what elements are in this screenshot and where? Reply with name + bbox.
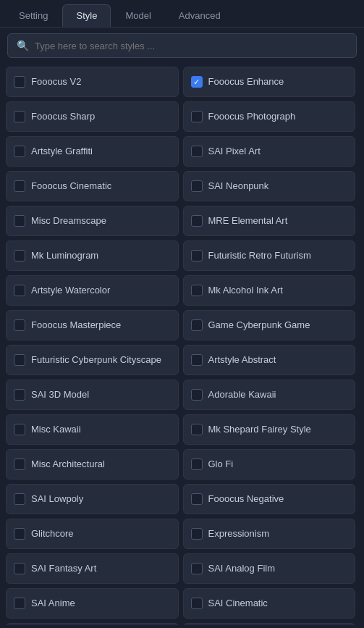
style-checkbox[interactable] <box>14 563 25 574</box>
style-label: Expressionism <box>208 528 270 540</box>
style-label: Fooocus Cinematic <box>31 180 111 193</box>
style-label: Mk Shepard Fairey Style <box>208 424 311 436</box>
style-label: Adorable Kawaii <box>208 389 276 401</box>
style-label: Futuristic Retro Futurism <box>208 250 311 262</box>
style-label: Game Cyberpunk Game <box>208 319 310 332</box>
tab-bar: Setting Style Model Advanced <box>0 0 364 28</box>
style-item[interactable]: SAI Analog Film <box>183 553 356 584</box>
style-label: Glo Fi <box>208 459 234 471</box>
style-checkbox[interactable] <box>14 180 25 192</box>
style-item[interactable]: Artstyle Watercolor <box>6 275 179 306</box>
style-checkbox[interactable] <box>191 528 203 540</box>
style-checkbox[interactable] <box>191 285 203 296</box>
style-checkbox[interactable] <box>14 354 25 366</box>
style-item[interactable]: SAI Comic Book <box>6 623 179 625</box>
style-item[interactable]: Fooocus Sharp <box>6 101 179 132</box>
style-item[interactable]: Futuristic Cyberpunk Cityscape <box>6 345 179 375</box>
style-checkbox[interactable] <box>191 76 203 88</box>
tab-advanced[interactable]: Advanced <box>166 4 234 27</box>
style-item[interactable]: Artstyle Abstract <box>183 345 356 375</box>
style-label: Misc Dreamscape <box>31 215 106 227</box>
style-label: Fooocus Enhance <box>208 76 284 88</box>
style-grid: Fooocus V2 Fooocus Enhance Fooocus Sharp… <box>6 67 358 625</box>
style-label: SAI Neonpunk <box>208 180 269 193</box>
style-item[interactable]: SAI 3D Model <box>6 380 179 410</box>
style-label: Misc Kawaii <box>31 424 81 436</box>
style-item[interactable]: Game Cyberpunk Game <box>183 310 356 340</box>
style-item[interactable]: Artstyle Graffiti <box>6 136 179 167</box>
style-checkbox[interactable] <box>191 563 203 574</box>
style-checkbox[interactable] <box>191 111 203 122</box>
style-item[interactable]: Misc Kawaii <box>6 414 179 445</box>
style-label: Artstyle Graffiti <box>31 146 93 158</box>
style-label: Futuristic Cyberpunk Cityscape <box>31 354 161 367</box>
style-item[interactable]: Fooocus V2 <box>6 67 179 97</box>
style-checkbox[interactable] <box>14 319 25 331</box>
style-checkbox[interactable] <box>14 598 25 609</box>
style-item[interactable]: Fooocus Enhance <box>183 67 356 97</box>
style-checkbox[interactable] <box>191 180 203 192</box>
style-checkbox[interactable] <box>14 424 25 435</box>
style-item[interactable]: Expressionism <box>183 519 356 549</box>
style-label: Fooocus Negative <box>208 493 284 506</box>
style-item[interactable]: SAI Neonpunk <box>183 171 356 201</box>
style-label: Artstyle Abstract <box>208 354 276 367</box>
style-label: Fooocus Sharp <box>31 111 95 123</box>
style-checkbox[interactable] <box>191 424 203 435</box>
style-label: SAI Anime <box>31 598 75 610</box>
style-item[interactable]: SAI Fantasy Art <box>6 553 179 584</box>
style-checkbox[interactable] <box>14 459 25 470</box>
style-checkbox[interactable] <box>14 215 25 227</box>
style-checkbox[interactable] <box>14 111 25 122</box>
style-checkbox[interactable] <box>191 146 203 157</box>
style-item[interactable]: Mk Alcohol Ink Art <box>183 275 356 306</box>
style-item[interactable]: Fooocus Cinematic <box>6 171 179 201</box>
style-checkbox[interactable] <box>14 528 25 540</box>
search-input[interactable] <box>35 41 347 51</box>
style-item[interactable]: Fooocus Negative <box>183 484 356 514</box>
style-checkbox[interactable] <box>14 146 25 157</box>
style-item[interactable]: Fooocus Photograph <box>183 101 356 132</box>
style-item[interactable]: Mk Luminogram <box>6 240 179 271</box>
search-bar: 🔍 <box>7 33 357 58</box>
style-checkbox[interactable] <box>191 319 203 331</box>
style-label: Fooocus Photograph <box>208 111 296 123</box>
style-grid-container: Fooocus V2 Fooocus Enhance Fooocus Sharp… <box>0 64 364 628</box>
style-checkbox[interactable] <box>191 493 203 505</box>
style-label: MRE Elemental Art <box>208 215 288 227</box>
tab-setting[interactable]: Setting <box>6 4 61 27</box>
style-item[interactable]: SAI Pixel Art <box>183 136 356 167</box>
style-item[interactable]: SAI Craft Clay <box>183 623 356 625</box>
style-label: Fooocus V2 <box>31 76 81 88</box>
app-container: Setting Style Model Advanced 🔍 Fooocus V… <box>0 0 364 628</box>
style-item[interactable]: Adorable Kawaii <box>183 380 356 410</box>
style-item[interactable]: Misc Architectural <box>6 449 179 480</box>
style-checkbox[interactable] <box>191 459 203 470</box>
style-item[interactable]: Glitchcore <box>6 519 179 549</box>
style-item[interactable]: Misc Dreamscape <box>6 206 179 236</box>
tab-style[interactable]: Style <box>62 4 111 27</box>
style-checkbox[interactable] <box>14 285 25 296</box>
style-item[interactable]: Glo Fi <box>183 449 356 480</box>
style-label: SAI 3D Model <box>31 389 89 401</box>
tab-model[interactable]: Model <box>112 4 164 27</box>
style-checkbox[interactable] <box>191 389 203 401</box>
style-label: Misc Architectural <box>31 459 105 471</box>
style-checkbox[interactable] <box>14 493 25 505</box>
style-item[interactable]: MRE Elemental Art <box>183 206 356 236</box>
style-label: SAI Pixel Art <box>208 146 261 158</box>
style-item[interactable]: SAI Lowpoly <box>6 484 179 514</box>
style-checkbox[interactable] <box>191 598 203 609</box>
style-checkbox[interactable] <box>191 215 203 227</box>
style-item[interactable]: SAI Anime <box>6 588 179 619</box>
style-label: Artstyle Watercolor <box>31 285 110 297</box>
style-checkbox[interactable] <box>14 250 25 261</box>
style-item[interactable]: Mk Shepard Fairey Style <box>183 414 356 445</box>
style-checkbox[interactable] <box>14 389 25 401</box>
style-item[interactable]: Fooocus Masterpiece <box>6 310 179 340</box>
style-item[interactable]: Futuristic Retro Futurism <box>183 240 356 271</box>
style-checkbox[interactable] <box>191 354 203 366</box>
style-item[interactable]: SAI Cinematic <box>183 588 356 619</box>
style-checkbox[interactable] <box>14 76 25 88</box>
style-checkbox[interactable] <box>191 250 203 261</box>
